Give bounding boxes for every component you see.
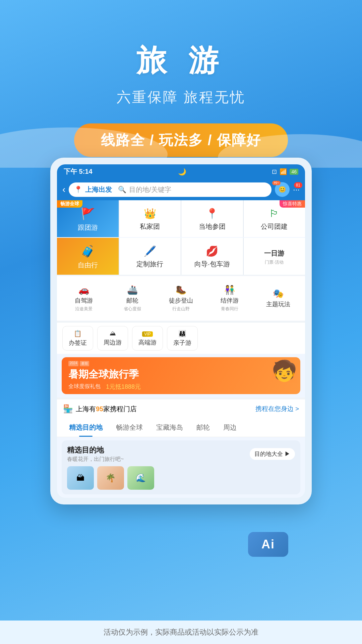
banner-illustration: 🧒: [272, 359, 297, 383]
cat-label: 徒步登山: [169, 297, 193, 305]
cat-sub: 沿途美景: [75, 306, 93, 312]
cat-label: 邮轮: [126, 297, 138, 305]
cat-label: 一日游: [264, 249, 284, 258]
promo-banner[interactable]: 2024 暑期 暑期全球旅行季 全球度假礼包 1元抵1888元 🧒: [62, 357, 300, 394]
dest-subtitle: 春暖花开，出门旅行吧~: [67, 456, 124, 463]
cat-label: 当地参团: [199, 222, 226, 231]
search-origin: 上海出发: [85, 185, 112, 194]
tab-nearby[interactable]: 周边: [217, 418, 243, 437]
nav-actions: 😊 Hi~ ··· 81: [275, 182, 300, 197]
cat-corp-build[interactable]: 惊喜特惠 🏳 公司团建: [244, 200, 305, 237]
hiking-icon: 🥾: [176, 285, 186, 295]
cat-local-tour[interactable]: 📍 当地参团: [181, 200, 243, 237]
cat-free-travel[interactable]: 🧳 自由行: [57, 238, 119, 275]
dest-thumb-3[interactable]: 🌊: [127, 466, 154, 490]
status-bar: 下午 5:14 🌙 ⊡ 📶 46: [57, 164, 305, 179]
hi-badge: Hi~: [272, 181, 281, 185]
tag-label: 办签证: [69, 339, 87, 347]
cat-hiking[interactable]: 🥾 徒步登山 行走山野: [157, 280, 205, 317]
tabs-row: 精选目的地 畅游全球 宝藏海岛 邮轮 周边: [57, 418, 305, 437]
cat-theme[interactable]: 🎭 主题玩法: [254, 280, 302, 317]
banner-promo: 1元抵1888元: [106, 383, 141, 391]
cat-cruise[interactable]: 🚢 邮轮 省心度假: [108, 280, 157, 317]
dest-all-button[interactable]: 目的地大全 ▶: [250, 448, 295, 460]
store-text: 上海有95家携程门店: [76, 405, 137, 414]
cat-sub: 门票·活动: [265, 259, 284, 265]
status-icons: ⊡ 📶 46: [272, 168, 298, 175]
cat-label: 私家团: [140, 222, 160, 231]
battery-icon: 46: [290, 169, 298, 175]
dest-title: 精选目的地: [67, 445, 124, 455]
tag-label: 高端游: [138, 338, 157, 346]
tab-featured[interactable]: 精选目的地: [62, 418, 109, 437]
tags-row: 📋 办签证 ⛰ 周边游 VIP 高端游 👨‍👩‍👧: [57, 321, 305, 354]
flag-icon: 🚩: [81, 207, 95, 220]
hero-subtitle: 六重保障 旅程无忧: [0, 88, 362, 107]
bag-icon: 🧳: [81, 245, 95, 258]
tab-cruise[interactable]: 邮轮: [190, 418, 217, 437]
corner-badge-surprise: 惊喜特惠: [280, 200, 305, 208]
cat-label: 结伴游: [221, 297, 239, 305]
corner-badge-free-tour: 畅游全球: [57, 200, 82, 208]
crown-icon: 👑: [144, 208, 156, 219]
search-dest-placeholder: 目的地/关键字: [129, 185, 171, 194]
ai-label[interactable]: Ai: [248, 532, 288, 557]
cat-group-tour[interactable]: 畅游全球 🚩 跟团游: [57, 200, 119, 237]
screen-record-icon: ⊡: [272, 168, 277, 175]
store-info: 🏪 上海有95家携程门店 携程在您身边 >: [57, 397, 305, 418]
dest-thumb-2[interactable]: 🌴: [97, 466, 124, 490]
tag-visa[interactable]: 📋 办签证: [62, 326, 93, 351]
dest-thumbnails: 🏔 🌴 🌊: [67, 466, 295, 490]
cat-custom[interactable]: 🖊️ 定制旅行: [119, 238, 181, 275]
search-bar[interactable]: 📍 上海出发 🔍 目的地/关键字: [69, 182, 272, 197]
guide-icon: 💋: [206, 245, 218, 257]
cat-self-drive[interactable]: 🚗 自驾游 沿途美景: [60, 280, 108, 317]
notification-badge: 81: [294, 182, 302, 188]
theme-icon: 🎭: [273, 288, 284, 299]
store-link[interactable]: 携程在您身边 >: [255, 405, 299, 413]
cat-guide[interactable]: 💋 向导·包车游: [181, 238, 243, 275]
tag-nearby[interactable]: ⛰ 周边游: [97, 326, 128, 351]
search-icon: 🔍: [118, 185, 126, 194]
tag-family[interactable]: 👨‍👩‍👧 亲子游: [167, 326, 198, 351]
dest-thumb-1[interactable]: 🏔: [67, 466, 94, 490]
pencil-icon: 🖊️: [144, 245, 156, 257]
category-grid-row2: 🧳 自由行 🖊️ 定制旅行 💋 向导·包车游 一日游: [57, 238, 305, 275]
disclaimer: 活动仅为示例，实际商品或活动以实际公示为准: [0, 621, 362, 644]
hero-title: 旅 游: [0, 40, 362, 81]
tab-island[interactable]: 宝藏海岛: [149, 418, 190, 437]
ship-icon: 🚢: [127, 285, 138, 295]
cat-sub: 青春同行: [221, 306, 238, 312]
cat-label: 自驾游: [75, 297, 93, 305]
category-row3: 🚗 自驾游 沿途美景 🚢 邮轮 省心度假 🥾 徒步登山 行走山野: [57, 275, 305, 321]
wifi-icon: 📶: [280, 168, 287, 175]
tab-global[interactable]: 畅游全球: [109, 418, 149, 437]
friends-icon: 👫: [224, 285, 235, 295]
cat-companion[interactable]: 👫 结伴游 青春同行: [205, 280, 254, 317]
tag-label: 周边游: [104, 338, 122, 346]
tag-luxury[interactable]: VIP 高端游: [132, 326, 163, 351]
cat-day-tour[interactable]: 一日游 门票·活动: [244, 238, 305, 275]
cat-private-group[interactable]: 👑 私家团: [119, 200, 181, 237]
car-icon: 🚗: [78, 285, 89, 295]
location-icon: 📍: [74, 185, 82, 194]
more-button[interactable]: ··· 81: [293, 185, 300, 194]
tag-label: 亲子游: [173, 339, 191, 347]
avatar[interactable]: 😊 Hi~: [275, 182, 290, 197]
cat-label: 自由行: [78, 261, 98, 270]
dest-section: 精选目的地 春暖花开，出门旅行吧~ 目的地大全 ▶ 🏔 🌴 🌊: [62, 440, 300, 494]
store-icon: 🏪: [63, 404, 73, 414]
pin-icon: 📍: [206, 208, 218, 219]
phone-mockup: 下午 5:14 🌙 ⊡ 📶 46 ‹ 📍 上海出发 🔍 目的地: [50, 158, 312, 504]
nav-bar: ‹ 📍 上海出发 🔍 目的地/关键字 😊 Hi~ ···: [57, 179, 305, 200]
flag-green-icon: 🏳: [269, 208, 279, 219]
cat-sub: 省心度假: [124, 306, 141, 312]
cat-sub: 行走山野: [172, 306, 190, 312]
banner-title: 暑期全球旅行季: [68, 368, 141, 381]
mountain-icon: ⛰: [110, 330, 116, 337]
cat-label: 定制旅行: [136, 260, 163, 269]
cat-label: 公司团建: [261, 222, 288, 231]
cat-label: 向导·包车游: [194, 260, 230, 269]
cat-label: 跟团游: [78, 223, 98, 232]
back-button[interactable]: ‹: [62, 184, 65, 195]
